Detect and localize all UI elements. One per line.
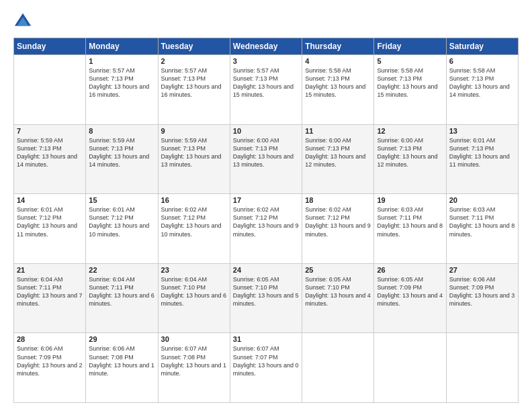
day-number: 28 xyxy=(17,335,83,343)
day-number: 24 xyxy=(233,266,299,274)
cell-info: Sunrise: 5:57 AMSunset: 7:13 PMDaylight:… xyxy=(89,66,154,99)
cell-info: Sunrise: 6:01 AMSunset: 7:12 PMDaylight:… xyxy=(17,205,83,238)
cell-info: Sunrise: 6:04 AMSunset: 7:10 PMDaylight:… xyxy=(161,275,227,308)
cell-info: Sunrise: 6:01 AMSunset: 7:13 PMDaylight:… xyxy=(449,136,515,169)
day-header: Saturday xyxy=(446,38,518,55)
day-number: 3 xyxy=(233,57,299,65)
day-header: Monday xyxy=(86,38,158,55)
cell-info: Sunrise: 6:02 AMSunset: 7:12 PMDaylight:… xyxy=(161,205,227,238)
day-number: 22 xyxy=(89,266,154,274)
calendar-cell: 5Sunrise: 5:58 AMSunset: 7:13 PMDaylight… xyxy=(374,55,446,125)
day-number: 27 xyxy=(449,266,515,274)
calendar-cell xyxy=(446,333,518,403)
cell-info: Sunrise: 6:07 AMSunset: 7:08 PMDaylight:… xyxy=(161,345,227,377)
cell-info: Sunrise: 6:06 AMSunset: 7:09 PMDaylight:… xyxy=(17,345,83,377)
calendar-cell: 22Sunrise: 6:04 AMSunset: 7:11 PMDayligh… xyxy=(86,263,158,333)
day-number: 25 xyxy=(305,266,371,274)
day-number: 19 xyxy=(377,196,443,204)
day-header: Tuesday xyxy=(158,38,230,55)
calendar-cell: 10Sunrise: 6:00 AMSunset: 7:13 PMDayligh… xyxy=(230,124,302,194)
calendar-cell: 28Sunrise: 6:06 AMSunset: 7:09 PMDayligh… xyxy=(14,333,86,403)
day-number: 9 xyxy=(161,127,227,135)
logo-icon xyxy=(13,12,32,31)
calendar-cell: 8Sunrise: 5:59 AMSunset: 7:13 PMDaylight… xyxy=(86,124,158,194)
cell-info: Sunrise: 6:02 AMSunset: 7:12 PMDaylight:… xyxy=(305,205,371,238)
day-number: 8 xyxy=(89,127,154,135)
calendar-cell: 24Sunrise: 6:05 AMSunset: 7:10 PMDayligh… xyxy=(230,263,302,333)
cell-info: Sunrise: 6:07 AMSunset: 7:07 PMDaylight:… xyxy=(233,345,299,377)
cell-info: Sunrise: 6:03 AMSunset: 7:11 PMDaylight:… xyxy=(377,205,443,238)
calendar-cell: 15Sunrise: 6:01 AMSunset: 7:12 PMDayligh… xyxy=(86,194,158,264)
calendar-cell xyxy=(374,333,446,403)
day-number: 15 xyxy=(89,196,154,204)
calendar-cell: 18Sunrise: 6:02 AMSunset: 7:12 PMDayligh… xyxy=(302,194,374,264)
day-number: 23 xyxy=(161,266,227,274)
cell-info: Sunrise: 5:59 AMSunset: 7:13 PMDaylight:… xyxy=(89,136,154,169)
cell-info: Sunrise: 6:04 AMSunset: 7:11 PMDaylight:… xyxy=(17,275,83,308)
day-number: 20 xyxy=(449,196,515,204)
day-number: 14 xyxy=(17,196,83,204)
cell-info: Sunrise: 6:02 AMSunset: 7:12 PMDaylight:… xyxy=(233,205,299,238)
calendar-cell: 2Sunrise: 5:57 AMSunset: 7:13 PMDaylight… xyxy=(158,55,230,125)
calendar-cell: 3Sunrise: 5:57 AMSunset: 7:13 PMDaylight… xyxy=(230,55,302,125)
calendar-cell: 6Sunrise: 5:58 AMSunset: 7:13 PMDaylight… xyxy=(446,55,518,125)
calendar-cell: 29Sunrise: 6:06 AMSunset: 7:08 PMDayligh… xyxy=(86,333,158,403)
day-number: 21 xyxy=(17,266,83,274)
calendar-cell: 31Sunrise: 6:07 AMSunset: 7:07 PMDayligh… xyxy=(230,333,302,403)
day-number: 13 xyxy=(449,127,515,135)
day-number: 5 xyxy=(377,57,443,65)
day-number: 10 xyxy=(233,127,299,135)
cell-info: Sunrise: 6:00 AMSunset: 7:13 PMDaylight:… xyxy=(305,136,371,169)
day-number: 6 xyxy=(449,57,515,65)
calendar-cell: 11Sunrise: 6:00 AMSunset: 7:13 PMDayligh… xyxy=(302,124,374,194)
calendar-cell: 13Sunrise: 6:01 AMSunset: 7:13 PMDayligh… xyxy=(446,124,518,194)
calendar-cell: 16Sunrise: 6:02 AMSunset: 7:12 PMDayligh… xyxy=(158,194,230,264)
cell-info: Sunrise: 6:05 AMSunset: 7:10 PMDaylight:… xyxy=(305,275,371,308)
cell-info: Sunrise: 6:00 AMSunset: 7:13 PMDaylight:… xyxy=(377,136,443,169)
day-number: 7 xyxy=(17,127,83,135)
cell-info: Sunrise: 6:05 AMSunset: 7:09 PMDaylight:… xyxy=(377,275,443,308)
day-number: 26 xyxy=(377,266,443,274)
cell-info: Sunrise: 5:58 AMSunset: 7:13 PMDaylight:… xyxy=(449,66,515,99)
calendar-cell: 19Sunrise: 6:03 AMSunset: 7:11 PMDayligh… xyxy=(374,194,446,264)
calendar-cell: 4Sunrise: 5:58 AMSunset: 7:13 PMDaylight… xyxy=(302,55,374,125)
day-number: 18 xyxy=(305,196,371,204)
cell-info: Sunrise: 6:03 AMSunset: 7:11 PMDaylight:… xyxy=(449,205,515,238)
cell-info: Sunrise: 6:01 AMSunset: 7:12 PMDaylight:… xyxy=(89,205,154,238)
day-number: 2 xyxy=(161,57,227,65)
calendar-cell: 9Sunrise: 5:59 AMSunset: 7:13 PMDaylight… xyxy=(158,124,230,194)
day-header: Sunday xyxy=(14,38,86,55)
calendar-cell: 25Sunrise: 6:05 AMSunset: 7:10 PMDayligh… xyxy=(302,263,374,333)
calendar-cell: 17Sunrise: 6:02 AMSunset: 7:12 PMDayligh… xyxy=(230,194,302,264)
day-number: 16 xyxy=(161,196,227,204)
calendar-cell: 26Sunrise: 6:05 AMSunset: 7:09 PMDayligh… xyxy=(374,263,446,333)
calendar-cell: 23Sunrise: 6:04 AMSunset: 7:10 PMDayligh… xyxy=(158,263,230,333)
day-number: 11 xyxy=(305,127,371,135)
day-number: 29 xyxy=(89,335,154,343)
calendar-cell: 21Sunrise: 6:04 AMSunset: 7:11 PMDayligh… xyxy=(14,263,86,333)
page: SundayMondayTuesdayWednesdayThursdayFrid… xyxy=(0,0,532,411)
calendar-cell: 7Sunrise: 5:59 AMSunset: 7:13 PMDaylight… xyxy=(14,124,86,194)
day-number: 1 xyxy=(89,57,154,65)
cell-info: Sunrise: 5:57 AMSunset: 7:13 PMDaylight:… xyxy=(161,66,227,99)
day-number: 31 xyxy=(233,335,299,343)
calendar-cell: 14Sunrise: 6:01 AMSunset: 7:12 PMDayligh… xyxy=(14,194,86,264)
day-number: 12 xyxy=(377,127,443,135)
calendar-table: SundayMondayTuesdayWednesdayThursdayFrid… xyxy=(13,38,519,403)
calendar-cell: 1Sunrise: 5:57 AMSunset: 7:13 PMDaylight… xyxy=(86,55,158,125)
cell-info: Sunrise: 6:06 AMSunset: 7:08 PMDaylight:… xyxy=(89,345,154,377)
cell-info: Sunrise: 5:57 AMSunset: 7:13 PMDaylight:… xyxy=(233,66,299,99)
calendar-cell: 12Sunrise: 6:00 AMSunset: 7:13 PMDayligh… xyxy=(374,124,446,194)
header xyxy=(13,12,519,31)
day-header: Wednesday xyxy=(230,38,302,55)
cell-info: Sunrise: 5:59 AMSunset: 7:13 PMDaylight:… xyxy=(161,136,227,169)
calendar-cell: 30Sunrise: 6:07 AMSunset: 7:08 PMDayligh… xyxy=(158,333,230,403)
cell-info: Sunrise: 6:00 AMSunset: 7:13 PMDaylight:… xyxy=(233,136,299,169)
cell-info: Sunrise: 6:04 AMSunset: 7:11 PMDaylight:… xyxy=(89,275,154,308)
cell-info: Sunrise: 6:05 AMSunset: 7:10 PMDaylight:… xyxy=(233,275,299,308)
calendar-cell xyxy=(14,55,86,125)
cell-info: Sunrise: 6:06 AMSunset: 7:09 PMDaylight:… xyxy=(449,275,515,308)
day-header: Friday xyxy=(374,38,446,55)
day-number: 17 xyxy=(233,196,299,204)
cell-info: Sunrise: 5:58 AMSunset: 7:13 PMDaylight:… xyxy=(377,66,443,99)
